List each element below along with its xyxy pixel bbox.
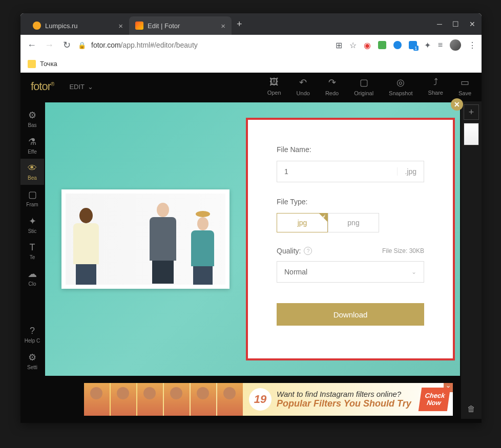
filesize-label: File Size: 30KB: [382, 247, 424, 254]
help-icon: ?: [30, 326, 35, 336]
translate-icon[interactable]: ⊞: [336, 40, 342, 50]
favicon-icon: [33, 22, 41, 30]
save-panel: File Name: .jpg File Type: jpg png Quali…: [246, 118, 455, 360]
help-icon[interactable]: ?: [304, 247, 312, 255]
filetype-jpg[interactable]: jpg: [277, 213, 328, 232]
chevron-down-icon: ⌄: [411, 268, 416, 275]
menu-icon[interactable]: ⋮: [468, 40, 476, 50]
text-tool[interactable]: TTe: [20, 238, 44, 264]
modal-overlay: ✕ File Name: .jpg: [44, 100, 461, 423]
gear-icon: ⚙: [28, 352, 36, 363]
close-icon[interactable]: ×: [221, 22, 225, 30]
banner-text: Want to find Instagram filters online? P…: [277, 390, 420, 409]
quality-select[interactable]: Normal ⌄: [277, 261, 424, 283]
lock-icon[interactable]: 🔒: [78, 41, 86, 49]
extension-icon[interactable]: [409, 41, 417, 49]
flask-icon: ⚗: [28, 136, 36, 147]
sliders-icon: ⚙: [28, 110, 36, 121]
left-toolbar: ⚙Bas ⚗Effe 👁Bea ▢Fram ✦Stic TTe ☁Clo ?He…: [20, 100, 44, 374]
redo-button[interactable]: ↷Redo: [325, 77, 339, 96]
ad-banner[interactable]: × 19 Want to find Instagram filters onli…: [84, 383, 453, 416]
share-icon: ⤴: [433, 77, 438, 88]
preview-area: [45, 102, 246, 376]
original-button[interactable]: ▢Original: [354, 77, 373, 96]
cloud-tool[interactable]: ☁Clo: [20, 264, 44, 291]
trash-icon[interactable]: 🗑: [461, 404, 482, 414]
bookmarks-bar: Точка: [20, 55, 482, 73]
eye-icon: 👁: [28, 163, 37, 174]
image-icon: ▢: [360, 77, 368, 88]
filetype-png[interactable]: png: [328, 213, 379, 232]
settings-tool[interactable]: ⚙Setti: [20, 348, 44, 374]
quality-label: Quality:?: [277, 247, 312, 255]
file-extension: .jpg: [397, 167, 424, 176]
extension-icon[interactable]: [378, 41, 386, 49]
right-panel: + 🗑: [461, 101, 482, 419]
text-icon: T: [30, 242, 35, 253]
close-modal-button[interactable]: ✕: [451, 98, 463, 111]
save-icon: ▭: [461, 77, 469, 88]
snapshot-button[interactable]: ◎Snapshot: [389, 77, 412, 96]
image-preview: [61, 189, 229, 289]
forward-button[interactable]: →: [43, 40, 55, 51]
profile-avatar[interactable]: [450, 39, 461, 51]
back-button[interactable]: ←: [26, 40, 38, 51]
extension-icon[interactable]: ◉: [364, 40, 371, 50]
star-icon[interactable]: ☆: [349, 40, 357, 50]
chevron-down-icon: ⌄: [88, 83, 93, 91]
favicon-icon: [135, 22, 143, 30]
app-header: fotor® EDIT ⌄ 🖼Open ↶Undo ↷Redo ▢Origina…: [20, 73, 482, 100]
titlebar: Lumpics.ru × Edit | Fotor × + ─ ☐ ✕: [20, 13, 482, 35]
frame-icon: ▢: [28, 189, 37, 200]
edit-dropdown[interactable]: EDIT ⌄: [69, 83, 93, 91]
maximize-icon[interactable]: ☐: [452, 20, 459, 28]
add-button[interactable]: +: [464, 104, 479, 120]
filename-input[interactable]: [277, 167, 397, 176]
open-button[interactable]: 🖼Open: [267, 77, 281, 96]
tab-fotor[interactable]: Edit | Fotor ×: [129, 16, 232, 35]
folder-icon: [28, 60, 36, 68]
window-controls: ─ ☐ ✕: [437, 20, 475, 28]
reload-button[interactable]: ↻: [60, 39, 73, 51]
check-now-button[interactable]: CheckNow: [419, 388, 450, 411]
address-bar: ← → ↻ 🔒 fotor.com/app.html#/editor/beaut…: [20, 35, 482, 55]
save-modal: ✕ File Name: .jpg: [45, 102, 460, 376]
save-button[interactable]: ▭Save: [458, 77, 471, 96]
filetype-label: File Type:: [277, 198, 424, 206]
download-button[interactable]: Download: [277, 303, 424, 326]
minimize-icon[interactable]: ─: [437, 20, 442, 28]
undo-button[interactable]: ↶Undo: [297, 77, 310, 96]
effects-tool[interactable]: ⚗Effe: [20, 132, 44, 159]
close-window-icon[interactable]: ✕: [469, 20, 475, 28]
browser-window: Lumpics.ru × Edit | Fotor × + ─ ☐ ✕ ← → …: [20, 13, 482, 423]
reading-list-icon[interactable]: ≡: [438, 40, 443, 50]
frames-tool[interactable]: ▢Fram: [20, 185, 44, 211]
app-container: fotor® EDIT ⌄ 🖼Open ↶Undo ↷Redo ▢Origina…: [20, 73, 482, 423]
camera-icon: ◎: [396, 77, 405, 88]
cloud-icon: ☁: [28, 268, 37, 280]
sticker-icon: ✦: [29, 216, 36, 227]
stickers-tool[interactable]: ✦Stic: [20, 211, 44, 238]
url-field[interactable]: fotor.com/app.html#/editor/beauty: [91, 41, 330, 49]
image-icon: 🖼: [269, 77, 279, 88]
extension-icon[interactable]: [393, 41, 402, 49]
tab-lumpics[interactable]: Lumpics.ru ×: [27, 16, 129, 35]
new-tab-button[interactable]: +: [232, 19, 247, 30]
filename-label: File Name:: [277, 145, 424, 154]
basic-tool[interactable]: ⚙Bas: [20, 105, 44, 132]
help-tool[interactable]: ?Help C: [20, 322, 44, 348]
share-button[interactable]: ⤴Share: [428, 77, 443, 96]
undo-icon: ↶: [299, 77, 307, 88]
thumbnail[interactable]: [464, 123, 479, 145]
redo-icon: ↷: [328, 77, 336, 88]
tab-title: Lumpics.ru: [45, 22, 78, 30]
banner-number: 19: [249, 388, 272, 411]
close-icon[interactable]: ×: [118, 22, 123, 30]
beauty-tool[interactable]: 👁Bea: [20, 159, 44, 185]
bookmark-item[interactable]: Точка: [40, 60, 57, 68]
tab-title: Edit | Fotor: [148, 22, 180, 30]
logo[interactable]: fotor®: [31, 80, 54, 93]
extensions-icon[interactable]: ✦: [424, 40, 431, 50]
